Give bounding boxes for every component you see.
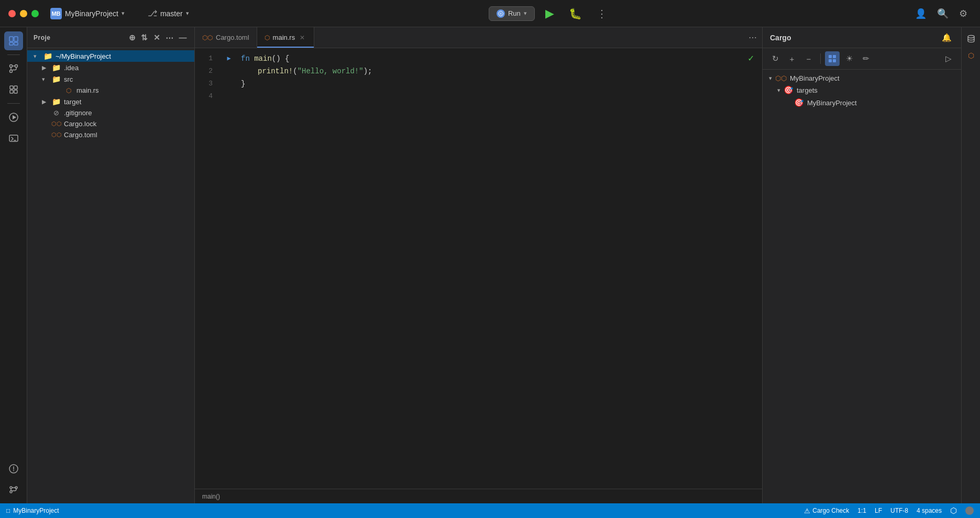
- run-button[interactable]: R Run ▾: [489, 6, 535, 21]
- function-name-main: main: [254, 52, 272, 65]
- tab-close-main-rs[interactable]: ✕: [298, 33, 306, 42]
- root-name: ~/MyBinaryProject: [56, 52, 111, 60]
- project-dropdown-icon: ▾: [122, 10, 125, 17]
- search-button[interactable]: 🔍: [933, 6, 953, 21]
- new-file-icon[interactable]: ⊕: [128, 32, 137, 43]
- tree-src[interactable]: ▾ 📁 src: [27, 73, 194, 85]
- tree-cargo-toml[interactable]: ▶ ⬡⬡ Cargo.toml: [27, 129, 194, 140]
- cargo-sep-1: [820, 53, 821, 64]
- traffic-green[interactable]: [31, 10, 39, 17]
- code-line-3: }: [237, 78, 762, 90]
- activity-divider-2: [7, 103, 20, 104]
- sidebar-item-build[interactable]: [4, 80, 23, 99]
- line-num-3: 3: [195, 78, 217, 90]
- main-rs-tab-icon: ⬡: [265, 34, 270, 41]
- project-icon: MB: [50, 8, 62, 19]
- minimize-icon[interactable]: —: [178, 32, 189, 43]
- encoding-status[interactable]: UTF-8: [890, 507, 908, 514]
- traffic-red[interactable]: [8, 10, 16, 17]
- breadcrumb-bar: main(): [195, 489, 762, 503]
- tree-idea[interactable]: ▶ 📁 .idea: [27, 62, 194, 73]
- line-ending-status[interactable]: LF: [875, 507, 882, 514]
- cargo-toolbar: ↻ + − ☀ ✏ ▷: [763, 48, 961, 70]
- cargo-filter-btn[interactable]: ☀: [842, 51, 856, 66]
- project-selector[interactable]: MB MyBinaryProject ▾: [50, 8, 125, 19]
- branch-dropdown-icon: ▾: [186, 10, 189, 17]
- cargo-side-btn[interactable]: ⬡: [964, 48, 978, 63]
- run-gutter-1[interactable]: ▶: [221, 52, 237, 65]
- branch-name: master: [160, 9, 183, 18]
- debug-button[interactable]: 🐛: [565, 5, 586, 22]
- sidebar-item-git[interactable]: [4, 59, 23, 78]
- gitignore-name: .gitignore: [64, 109, 92, 117]
- run-gutter-3: [221, 78, 237, 90]
- breadcrumb-label: main(): [202, 493, 220, 500]
- traffic-yellow[interactable]: [20, 10, 27, 17]
- cargo-lock-icon: ⬡⬡: [51, 120, 61, 127]
- tree-main-rs[interactable]: ▶ ⬡ main.rs: [27, 85, 194, 96]
- tab-main-rs[interactable]: ⬡ main.rs ✕: [257, 27, 315, 48]
- tree-root[interactable]: ▾ 📁 ~/MyBinaryProject: [27, 50, 194, 62]
- more-options-icon[interactable]: ⋯: [164, 32, 175, 43]
- cargo-minus-btn[interactable]: −: [801, 51, 816, 66]
- project-name: MyBinaryProject: [65, 9, 118, 18]
- circle-status[interactable]: [965, 506, 974, 515]
- settings-button[interactable]: ⚙: [955, 6, 972, 21]
- cargo-toml-icon: ⬡⬡: [51, 131, 61, 138]
- sidebar-item-alerts[interactable]: [4, 459, 23, 478]
- cargo-notifications-btn[interactable]: 🔔: [939, 30, 954, 45]
- code-editor[interactable]: 1 2 3 4 ▶ fn main() { println!("Hello, w…: [195, 48, 762, 489]
- cargo-edit-btn[interactable]: ✏: [858, 51, 873, 66]
- status-right: ⚠ Cargo Check 1:1 LF UTF-8 4 spaces ⬡: [804, 506, 974, 515]
- main-area: Proje ⊕ ⇅ ✕ ⋯ — ▾ 📁 ~/MyBinaryProject ▶ …: [0, 27, 980, 503]
- close-sidebar-icon[interactable]: ✕: [152, 32, 162, 43]
- status-project-name: MyBinaryProject: [13, 507, 59, 514]
- status-bar: □ MyBinaryProject ⚠ Cargo Check 1:1 LF U…: [0, 503, 980, 518]
- more-button[interactable]: ⋮: [592, 5, 611, 22]
- sidebar-item-run[interactable]: [4, 108, 23, 127]
- branch-selector[interactable]: ⎇ master ▾: [148, 8, 189, 18]
- cargo-grid-btn[interactable]: [825, 51, 840, 66]
- database-btn[interactable]: [964, 31, 978, 46]
- position-status[interactable]: 1:1: [857, 507, 866, 514]
- cargo-refresh-btn[interactable]: ↻: [768, 51, 783, 66]
- play-button[interactable]: ▶: [541, 5, 558, 23]
- add-account-button[interactable]: 👤: [911, 6, 931, 21]
- checkmark-icon: ✓: [748, 52, 754, 65]
- svg-point-24: [968, 36, 974, 38]
- svg-point-6: [9, 65, 12, 68]
- run-gutter-4: [221, 90, 237, 103]
- fn-parens: () {: [272, 52, 290, 65]
- line-numbers: 1 2 3 4: [195, 48, 221, 489]
- svg-rect-3: [14, 37, 18, 41]
- collapse-all-icon[interactable]: ⇅: [140, 32, 149, 43]
- indent-status[interactable]: 4 spaces: [917, 507, 942, 514]
- tab-cargo-toml[interactable]: ⬡⬡ Cargo.toml: [195, 27, 257, 48]
- line-num-2: 2: [195, 65, 217, 78]
- cargo-binary-name: MyBinaryProject: [807, 99, 857, 107]
- cargo-add-btn[interactable]: +: [785, 51, 799, 66]
- cargo-binary[interactable]: ▾ 🎯 MyBinaryProject: [763, 96, 961, 109]
- sidebar-item-vcs[interactable]: [4, 480, 23, 499]
- share-icon[interactable]: ⬡: [950, 506, 957, 515]
- tab-more-button[interactable]: ⋯: [743, 27, 762, 48]
- cargo-check-status[interactable]: ⚠ Cargo Check: [804, 507, 849, 515]
- tree-gitignore[interactable]: ▶ ⊘ .gitignore: [27, 107, 194, 118]
- svg-rect-23: [833, 59, 836, 62]
- cargo-project-root[interactable]: ▾ ⬡⬡ MyBinaryProject: [763, 73, 961, 84]
- sidebar-item-files[interactable]: [4, 31, 23, 50]
- branch-icon: ⎇: [148, 8, 157, 18]
- status-square-icon: □: [6, 507, 10, 514]
- println-paren: (: [293, 65, 297, 78]
- tree-cargo-lock[interactable]: ▶ ⬡⬡ Cargo.lock: [27, 118, 194, 129]
- chevron-src: ▾: [42, 76, 49, 83]
- cargo-expand-btn[interactable]: ▷: [941, 51, 956, 66]
- tree-target[interactable]: ▶ 📁 target: [27, 96, 194, 107]
- macro-println: println!: [258, 65, 293, 78]
- svg-rect-11: [10, 90, 13, 93]
- println-close: );: [364, 65, 372, 78]
- code-content[interactable]: fn main() { println!("Hello, world!"); }…: [237, 48, 762, 489]
- svg-point-8: [9, 70, 12, 73]
- cargo-targets[interactable]: ▾ 🎯 targets: [763, 84, 961, 96]
- sidebar-item-terminal[interactable]: [4, 129, 23, 148]
